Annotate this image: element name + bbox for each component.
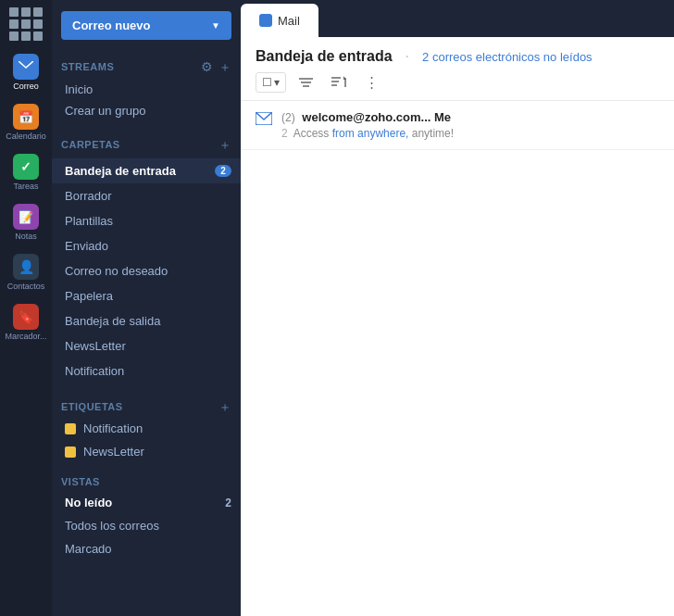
streams-add-button[interactable]: ＋ bbox=[218, 60, 231, 73]
bookmarks-icon: 🔖 bbox=[13, 304, 39, 330]
label-newsletter-text: NewsLetter bbox=[83, 445, 144, 459]
more-options-button[interactable]: ⋮ bbox=[359, 72, 384, 93]
folder-list: Bandeja de entrada 2 Borrador Plantillas… bbox=[52, 155, 241, 387]
streams-title: STREAMS bbox=[61, 61, 114, 72]
mail-list: (2) welcome@zoho.com... Me 2 Access from… bbox=[241, 101, 674, 616]
nav-notas-label: Notas bbox=[15, 232, 37, 241]
mail-from-0: welcome@zoho.com... Me bbox=[302, 110, 451, 124]
folders-section-header: CARPETAS ＋ bbox=[52, 125, 241, 155]
folder-bandeja-badge: 2 bbox=[215, 165, 231, 177]
dot-separator: · bbox=[406, 48, 409, 65]
folder-newsletter-label: NewsLetter bbox=[65, 339, 126, 353]
new-mail-arrow-icon: ▼ bbox=[211, 20, 220, 31]
nav-marcador[interactable]: 🔖 Marcador... bbox=[4, 298, 48, 346]
label-newsletter[interactable]: NewsLetter bbox=[52, 440, 241, 463]
folder-bandeja-label: Bandeja de entrada bbox=[65, 164, 176, 178]
tab-mail[interactable]: Mail bbox=[241, 4, 318, 37]
view-todos-label: Todos los correos bbox=[65, 519, 159, 533]
streams-section-header: STREAMS ⚙ ＋ bbox=[52, 47, 241, 77]
sidebar: Correo nuevo ▼ STREAMS ⚙ ＋ Inicio Crear … bbox=[52, 0, 241, 616]
contacts-icon: 👤 bbox=[13, 254, 39, 280]
stream-crear-grupo-link[interactable]: Crear un grupo bbox=[61, 100, 231, 121]
folder-correo-no-deseado-label: Correo no deseado bbox=[65, 264, 168, 278]
folder-bandeja-salida-label: Bandeja de salida bbox=[65, 314, 160, 328]
mail-item-0[interactable]: (2) welcome@zoho.com... Me 2 Access from… bbox=[241, 101, 674, 150]
stream-inicio-link[interactable]: Inicio bbox=[61, 79, 231, 100]
sidebar-top: Correo nuevo ▼ bbox=[52, 0, 241, 47]
nav-contactos-label: Contactos bbox=[7, 282, 45, 291]
folder-papelera[interactable]: Papelera bbox=[52, 283, 241, 308]
nav-notas[interactable]: 📝 Notas bbox=[4, 198, 48, 246]
views-section-header: VISTAS bbox=[52, 463, 241, 491]
folder-enviado-label: Enviado bbox=[65, 239, 108, 253]
tab-mail-label: Mail bbox=[278, 14, 300, 28]
tab-bar: Mail bbox=[241, 0, 674, 37]
folder-borrador-label: Borrador bbox=[65, 189, 112, 203]
unread-count: 2 correos electrónicos no leídos bbox=[422, 50, 593, 64]
select-dropdown-button[interactable]: ☐ ▾ bbox=[256, 72, 286, 93]
label-notification-dot bbox=[65, 423, 76, 434]
view-marcado-label: Marcado bbox=[65, 542, 112, 556]
apps-grid-button[interactable] bbox=[9, 7, 43, 41]
streams-actions: ⚙ ＋ bbox=[201, 60, 231, 73]
inbox-title: Bandeja de entrada bbox=[256, 48, 393, 65]
label-newsletter-dot bbox=[65, 446, 76, 458]
sort-button[interactable] bbox=[326, 73, 352, 93]
mail-preview-0: 2 Access from anywhere, anytime! bbox=[281, 127, 659, 140]
tab-mail-icon bbox=[259, 14, 272, 27]
nav-contactos[interactable]: 👤 Contactos bbox=[4, 248, 48, 296]
dropdown-arrow-icon: ▾ bbox=[274, 76, 280, 89]
nav-calendario-label: Calendario bbox=[6, 132, 46, 141]
folder-correo-no-deseado[interactable]: Correo no deseado bbox=[52, 258, 241, 283]
nav-tareas-label: Tareas bbox=[13, 182, 38, 191]
mail-icon bbox=[13, 54, 39, 80]
folder-papelera-label: Papelera bbox=[65, 289, 113, 303]
mail-content-0: (2) welcome@zoho.com... Me 2 Access from… bbox=[281, 110, 659, 140]
view-no-leido-label: No leído bbox=[65, 496, 112, 509]
folder-bandeja-salida[interactable]: Bandeja de salida bbox=[52, 308, 241, 333]
folder-notification-label: Notification bbox=[65, 364, 124, 378]
views-list: No leído 2 Todos los correos Marcado bbox=[52, 491, 241, 560]
app-bar: Correo 📅 Calendario ✓ Tareas 📝 Notas 👤 C… bbox=[0, 0, 52, 616]
label-notification[interactable]: Notification bbox=[52, 417, 241, 440]
mail-header-top: Bandeja de entrada · 2 correos electróni… bbox=[256, 48, 659, 65]
folders-title: CARPETAS bbox=[61, 139, 120, 150]
nav-correo[interactable]: Correo bbox=[4, 48, 48, 96]
labels-list: Notification NewsLetter bbox=[52, 417, 241, 463]
labels-title: ETIQUETAS bbox=[61, 401, 123, 412]
folder-enviado[interactable]: Enviado bbox=[52, 233, 241, 258]
filter-button[interactable] bbox=[293, 73, 318, 93]
view-todos[interactable]: Todos los correos bbox=[52, 514, 241, 537]
nav-correo-label: Correo bbox=[13, 82, 39, 91]
mail-sender-0: (2) welcome@zoho.com... Me bbox=[281, 110, 659, 124]
streams-settings-button[interactable]: ⚙ bbox=[201, 60, 213, 73]
view-no-leido[interactable]: No leído 2 bbox=[52, 491, 241, 514]
folder-newsletter[interactable]: NewsLetter bbox=[52, 333, 241, 358]
folder-notification[interactable]: Notification bbox=[52, 358, 241, 383]
labels-section-header: ETIQUETAS ＋ bbox=[52, 387, 241, 417]
nav-calendario[interactable]: 📅 Calendario bbox=[4, 98, 48, 146]
mail-toolbar: ☐ ▾ ⋮ bbox=[256, 72, 659, 93]
folders-add-button[interactable]: ＋ bbox=[218, 138, 231, 151]
folder-borrador[interactable]: Borrador bbox=[52, 183, 241, 208]
new-mail-button[interactable]: Correo nuevo ▼ bbox=[61, 11, 231, 40]
mail-preview-num-0: 2 bbox=[281, 127, 288, 140]
view-no-leido-badge: 2 bbox=[225, 497, 231, 509]
calendar-icon: 📅 bbox=[13, 104, 39, 130]
folder-bandeja-entrada[interactable]: Bandeja de entrada 2 bbox=[52, 158, 241, 183]
view-marcado[interactable]: Marcado bbox=[52, 537, 241, 560]
views-title: VISTAS bbox=[61, 476, 100, 487]
label-notification-text: Notification bbox=[83, 421, 143, 435]
highlight-from: from bbox=[332, 127, 355, 140]
tasks-icon: ✓ bbox=[13, 154, 39, 180]
streams-links: Inicio Crear un grupo bbox=[52, 77, 241, 125]
labels-add-button[interactable]: ＋ bbox=[218, 400, 231, 413]
folder-plantillas[interactable]: Plantillas bbox=[52, 208, 241, 233]
main-panel: Mail Bandeja de entrada · 2 correos elec… bbox=[241, 0, 674, 616]
nav-tareas[interactable]: ✓ Tareas bbox=[4, 148, 48, 196]
checkbox-icon: ☐ bbox=[262, 76, 272, 89]
notes-icon: 📝 bbox=[13, 204, 39, 230]
nav-marcador-label: Marcador... bbox=[5, 332, 46, 341]
mail-preview-text-0: Access from anywhere, anytime! bbox=[293, 127, 454, 140]
folder-plantillas-label: Plantillas bbox=[65, 214, 113, 228]
